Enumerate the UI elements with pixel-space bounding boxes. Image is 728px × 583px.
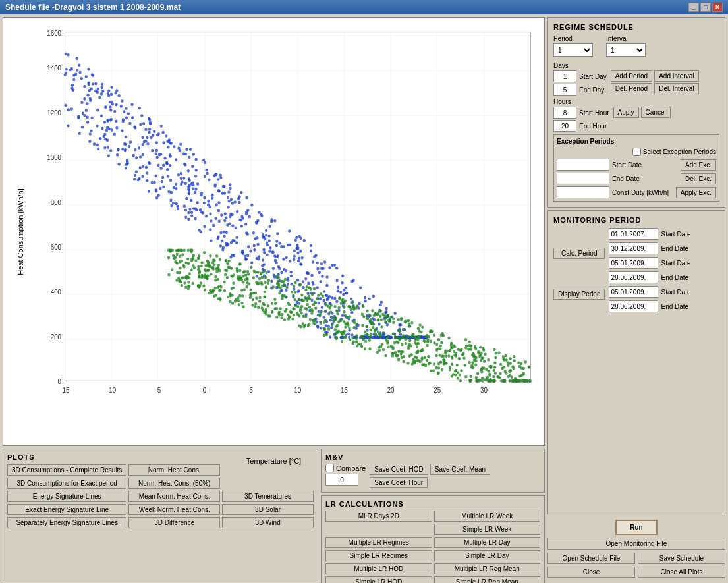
save-coef-mean-button[interactable]: Save Coef. Mean	[430, 464, 490, 475]
plot-btn-1[interactable]: 3D Consumptions for Exact period	[7, 478, 126, 489]
mon-date-input-3[interactable]	[609, 271, 658, 283]
svg-point-1572	[343, 301, 345, 304]
svg-point-1672	[338, 297, 341, 300]
plot-btn-5[interactable]: Norm. Heat Cons.	[128, 464, 220, 476]
period-select[interactable]: 123	[553, 43, 593, 57]
del-exc-button[interactable]: Del. Exc.	[681, 173, 716, 184]
plot-btn-10[interactable]: 3D Temeratures	[222, 491, 314, 502]
window-controls[interactable]: _ □ ✕	[688, 3, 723, 12]
svg-point-1668	[442, 334, 445, 337]
svg-point-399	[341, 281, 343, 285]
close-button[interactable]: ✕	[712, 3, 723, 12]
cancel-button[interactable]: Cancel	[641, 107, 671, 118]
svg-point-1355	[381, 343, 383, 346]
lr-btn-5[interactable]: Multiple LR Week	[434, 511, 541, 522]
del-interval-button[interactable]: Del. Interval	[654, 83, 698, 94]
plot-btn-3[interactable]: Exact Energy Signature Line	[7, 504, 126, 515]
svg-point-1373	[447, 354, 450, 358]
del-period-button[interactable]: Del. Period	[611, 83, 652, 94]
mon-date-input-5[interactable]	[609, 300, 658, 312]
open-schedule-button[interactable]: Open Schedule File	[547, 553, 635, 564]
svg-point-1354	[356, 345, 358, 348]
svg-point-155	[359, 286, 362, 289]
lr-btn-3[interactable]: Multiple LR HOD	[325, 563, 432, 574]
mon-date-input-1[interactable]	[609, 242, 658, 254]
plot-btn-2[interactable]: Energy Signature Lines	[7, 491, 126, 502]
plot-btn-8[interactable]: Week Norm. Heat Cons.	[128, 504, 220, 515]
svg-point-1419	[355, 340, 358, 343]
svg-point-1282	[379, 333, 381, 337]
display-period-button[interactable]: Display Period	[553, 289, 605, 300]
svg-point-1254	[240, 289, 243, 292]
svg-point-1210	[424, 340, 426, 343]
open-monitoring-button[interactable]: Open Monitoring File	[547, 538, 725, 550]
svg-point-1458	[385, 321, 387, 324]
save-coef-hod-button[interactable]: Save Coef. HOD	[370, 464, 428, 475]
plot-btn-11[interactable]: 3D Solar	[222, 504, 314, 515]
add-interval-button[interactable]: Add Interval	[654, 70, 698, 82]
mon-date-input-2[interactable]	[609, 257, 658, 269]
mon-date-input-0[interactable]	[609, 228, 658, 240]
svg-point-1340	[522, 373, 524, 376]
add-period-button[interactable]: Add Period	[611, 70, 652, 82]
svg-point-1004	[181, 277, 183, 280]
end-hour-input[interactable]	[553, 120, 576, 132]
lr-btn-6[interactable]: Simple LR Week	[434, 524, 541, 535]
compare-value-input[interactable]	[325, 474, 358, 486]
compare-checkbox[interactable]	[325, 464, 334, 472]
plot-btn-9[interactable]: 3D Difference	[128, 517, 220, 528]
exc-start-date-input[interactable]	[557, 159, 609, 171]
exc-const-duty-input[interactable]	[557, 186, 609, 198]
minimize-button[interactable]: _	[688, 3, 699, 12]
close-all-plots-button[interactable]: Close All Plots	[638, 567, 725, 578]
interval-select[interactable]: 123	[606, 43, 646, 57]
plot-btn-12[interactable]: 3D Wind	[222, 517, 314, 528]
close-button[interactable]: Close	[547, 567, 635, 578]
lr-btn-7[interactable]: Multiple LR Day	[434, 537, 541, 548]
svg-point-603	[312, 260, 314, 264]
svg-point-699	[254, 237, 256, 240]
svg-point-599	[399, 323, 402, 327]
lr-btn-4[interactable]: Simple LR HOD	[325, 576, 432, 583]
plot-btn-0[interactable]: 3D Consumptions - Complete Results	[7, 464, 126, 476]
svg-point-861	[304, 289, 307, 292]
lr-btn-0[interactable]: MLR Days 2D	[325, 511, 432, 522]
lr-btn-1[interactable]: Multiple LR Regimes	[325, 537, 432, 548]
run-button[interactable]: Run	[615, 520, 657, 535]
save-schedule-button[interactable]: Save Schedule	[638, 553, 725, 564]
svg-point-341	[217, 178, 219, 181]
apply-exc-button[interactable]: Apply Exc.	[676, 187, 716, 198]
svg-point-420	[189, 148, 192, 151]
svg-point-1557	[349, 338, 351, 341]
plot-btn-4[interactable]: Separately Energy Signature Lines	[7, 517, 126, 528]
lr-btn-10[interactable]: Simple LR Reg Mean	[434, 576, 541, 583]
svg-point-343	[256, 275, 258, 278]
svg-point-1715	[335, 316, 337, 319]
add-exc-button[interactable]: Add Exc.	[681, 159, 716, 171]
svg-point-1682	[366, 333, 368, 336]
start-hour-input[interactable]	[553, 107, 576, 119]
svg-point-1705	[424, 364, 427, 368]
mon-date-input-4[interactable]	[609, 286, 658, 298]
svg-point-762	[200, 211, 203, 214]
apply-button[interactable]: Apply	[613, 107, 639, 118]
lr-btn-2[interactable]: Simple LR Regimes	[325, 550, 432, 561]
svg-point-708	[343, 289, 345, 292]
svg-point-230	[127, 112, 130, 115]
calc-period-button[interactable]: Calc. Period	[553, 248, 605, 259]
exc-end-date-input[interactable]	[557, 173, 609, 184]
save-coef-hour-button[interactable]: Save Coef. Hour	[370, 477, 428, 488]
lr-btn-8[interactable]: Simple LR Day	[434, 550, 541, 561]
svg-point-1679	[169, 250, 172, 253]
start-day-input[interactable]	[553, 70, 576, 82]
plot-btn-7[interactable]: Mean Norm. Heat Cons.	[128, 491, 220, 502]
end-day-input[interactable]	[553, 84, 576, 96]
svg-point-566	[87, 68, 90, 71]
select-exception-checkbox[interactable]	[632, 148, 641, 156]
svg-point-527	[335, 267, 338, 270]
svg-point-804	[221, 248, 224, 252]
plot-btn-6[interactable]: Norm. Heat Cons. (50%)	[128, 478, 220, 489]
lr-btn-9[interactable]: Multiple LR Reg Mean	[434, 563, 541, 574]
maximize-button[interactable]: □	[700, 3, 711, 12]
svg-point-827	[122, 120, 125, 123]
